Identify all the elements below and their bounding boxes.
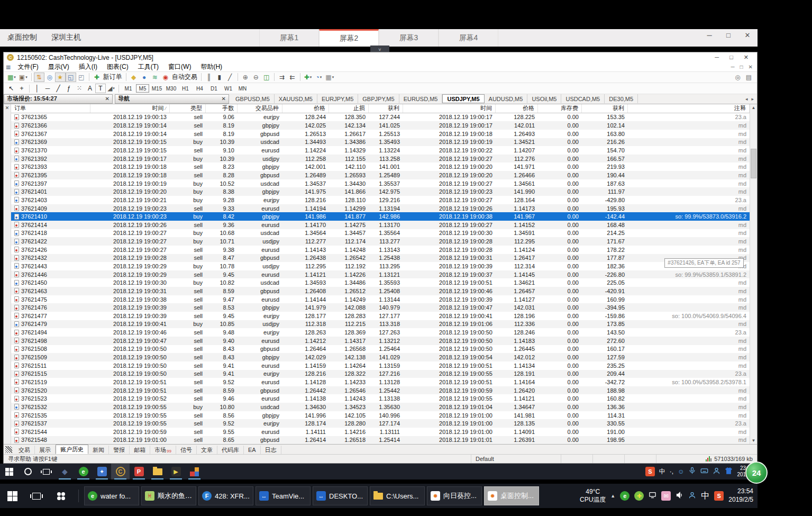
- arrow-objects-button[interactable]: ◢▾: [106, 84, 116, 93]
- smiley-tray-button[interactable]: ☺: [678, 468, 684, 475]
- ime-zh-tray-button[interactable]: 中: [659, 467, 665, 476]
- terminal-button[interactable]: ◱: [66, 73, 76, 82]
- menu-item[interactable]: 工具(T): [133, 62, 163, 71]
- zoom-out-button[interactable]: ⊖: [251, 73, 261, 82]
- table-row[interactable]: 376214462018.12.19 19:00:29sell9.45eurus…: [11, 270, 750, 279]
- table-row[interactable]: 376214772018.12.19 19:00:39sell9.45eurjp…: [11, 312, 750, 320]
- table-row[interactable]: 376213972018.12.19 19:00:19buy10.52usdca…: [11, 179, 750, 188]
- menu-item[interactable]: 文件(F): [13, 62, 43, 71]
- column-header[interactable]: 止损: [329, 104, 369, 113]
- pp-app-button[interactable]: P: [130, 464, 148, 479]
- table-row[interactable]: 376214262018.12.19 19:00:27sell9.38eurus…: [11, 246, 750, 254]
- terminal-tab-市场[interactable]: 市场99: [150, 446, 176, 454]
- table-row[interactable]: 376213922018.12.19 19:00:17buy10.39usdjp…: [11, 155, 750, 163]
- person-tray-button[interactable]: [688, 491, 696, 501]
- column-header[interactable]: 交易品种: [238, 104, 282, 113]
- profiles-button[interactable]: ▣▾: [17, 73, 29, 82]
- chart-tab[interactable]: AUDUSD,M5: [485, 94, 528, 103]
- zoom-in-button[interactable]: ⊕: [240, 73, 251, 82]
- table-row[interactable]: 376214222018.12.19 19:00:27buy10.71usdjp…: [11, 237, 750, 246]
- table-row[interactable]: 376214142018.12.19 19:00:26sell9.36eurus…: [11, 221, 750, 229]
- close-icon[interactable]: ✕: [102, 96, 110, 102]
- screen-tab[interactable]: 屏幕1: [259, 29, 319, 47]
- terminal-tab-警报[interactable]: 警报: [109, 446, 130, 454]
- column-header[interactable]: 类型: [170, 104, 206, 113]
- chart-tab[interactable]: EURJPY,M5: [317, 94, 358, 103]
- status-profile[interactable]: Default: [471, 455, 561, 463]
- accelerator-ball[interactable]: 24: [745, 461, 768, 484]
- terminal-tab-EA[interactable]: EA: [244, 446, 261, 454]
- photos-app-button[interactable]: ✦: [93, 464, 111, 479]
- terminal-tab-日志[interactable]: 日志: [261, 446, 281, 454]
- chart-tab[interactable]: USDCAD,M5: [561, 94, 605, 103]
- remote-host-name[interactable]: 深圳主机: [51, 33, 81, 42]
- folder-button[interactable]: [148, 464, 167, 479]
- start-button[interactable]: [0, 484, 24, 508]
- templates-button[interactable]: ▦▾: [324, 73, 335, 82]
- chart-tab[interactable]: EURUSD,M5: [399, 94, 443, 103]
- table-row[interactable]: 376215352018.12.19 19:00:55sell8.56gbpjp…: [11, 411, 750, 420]
- column-header[interactable]: 获利: [582, 104, 628, 113]
- community-button[interactable]: ●: [139, 73, 150, 82]
- column-header[interactable]: 注释: [628, 104, 750, 113]
- cortana-button[interactable]: [19, 464, 37, 479]
- restore-icon[interactable]: □: [740, 64, 743, 70]
- table-row[interactable]: 376214092018.12.19 19:00:23sell9.33eurus…: [11, 204, 750, 213]
- table-row[interactable]: 376214032018.12.19 19:00:21buy9.28eurjpy…: [11, 196, 750, 204]
- chart-tab[interactable]: XAUUSD,M5: [275, 94, 317, 103]
- cpu-temperature[interactable]: 49°C CPU温度: [580, 488, 606, 504]
- new-order-button[interactable]: ✚: [92, 73, 102, 82]
- column-header[interactable]: 时间: [403, 104, 496, 113]
- table-row[interactable]: 376215442018.12.19 19:00:59sell9.55eurus…: [11, 428, 750, 436]
- table-row[interactable]: 376213672018.12.19 19:00:14sell8.19gbpus…: [11, 130, 750, 138]
- ime-zh-tray-button[interactable]: 中: [701, 491, 709, 502]
- column-header[interactable]: 订单: [11, 104, 90, 113]
- table-row[interactable]: 376213702018.12.19 19:00:15sell9.10eurus…: [11, 146, 750, 155]
- sogou-tray-button[interactable]: S: [645, 467, 655, 476]
- column-header[interactable]: 手数: [206, 104, 238, 113]
- table-row[interactable]: 376215152018.12.19 19:00:50sell9.41eurjp…: [11, 370, 750, 378]
- taskbar-button[interactable]: ewater fo...: [84, 486, 139, 505]
- monitor-tray-button[interactable]: [649, 491, 656, 501]
- menu-item[interactable]: 插入(I): [74, 62, 102, 71]
- table-row[interactable]: 376213652018.12.19 19:00:13sell9.06eurjp…: [11, 113, 750, 122]
- screen-tab[interactable]: 屏幕2: [319, 29, 379, 47]
- terminal-tab-交易[interactable]: 交易: [14, 446, 35, 454]
- taskbar-button[interactable]: ✹桌面控制...: [484, 486, 539, 505]
- search-icon[interactable]: ◎: [735, 74, 740, 81]
- maximize-icon[interactable]: □: [723, 31, 734, 39]
- taskbar-button[interactable]: ♓顺水的鱼....: [141, 486, 196, 505]
- bar-chart-button[interactable]: ║: [204, 73, 214, 82]
- cash-app-button[interactable]: C: [111, 464, 130, 479]
- keyboard-tray-button[interactable]: [700, 467, 708, 476]
- table-row[interactable]: 376215192018.12.19 19:00:51sell9.52eurus…: [11, 378, 750, 386]
- mic-tray-button[interactable]: [688, 467, 696, 476]
- timeframe-m1[interactable]: M1: [122, 84, 135, 93]
- candlestick-button[interactable]: ▮: [214, 73, 225, 82]
- terminal-tab-新闻[interactable]: 新闻: [88, 446, 109, 454]
- timeframe-m5[interactable]: M5: [136, 84, 149, 93]
- trendline-button[interactable]: ╱: [53, 84, 63, 93]
- column-header[interactable]: 价格: [496, 104, 538, 113]
- table-row[interactable]: 376214982018.12.19 19:00:47sell9.40eurus…: [11, 337, 750, 345]
- browser-360-tray-button[interactable]: e: [620, 491, 629, 501]
- taskbar-button[interactable]: F428: XFR...: [198, 486, 253, 505]
- timeframe-h1[interactable]: H1: [179, 84, 192, 93]
- table-row[interactable]: 376215372018.12.19 19:00:55sell9.52eurjp…: [11, 419, 750, 428]
- fibonacci-button[interactable]: ƒ: [63, 84, 74, 93]
- taskbar-button[interactable]: C:\Users...: [370, 486, 425, 505]
- terminal-tab-邮箱[interactable]: 邮箱: [130, 446, 150, 454]
- scroll-right-icon[interactable]: ▸: [751, 96, 754, 102]
- bird-app-button[interactable]: ◆: [56, 464, 74, 479]
- table-row[interactable]: 376213932018.12.19 19:00:18sell8.23gbpjp…: [11, 162, 750, 171]
- mailbox-tray-button[interactable]: ✉: [661, 491, 671, 501]
- signals-button[interactable]: ≋: [150, 73, 160, 82]
- table-row[interactable]: 376214102018.12.19 19:00:23buy8.42gbpjpy…: [11, 212, 750, 221]
- table-row[interactable]: 376214762018.12.19 19:00:39sell8.53gbpjp…: [11, 303, 750, 312]
- browser-360-button[interactable]: e: [74, 464, 93, 479]
- table-row[interactable]: 376214752018.12.19 19:00:38sell9.47eurus…: [11, 295, 750, 304]
- close-icon[interactable]: ✕: [218, 96, 226, 102]
- punctuation-tray-button[interactable]: ·,: [670, 468, 673, 475]
- table-row[interactable]: 376214012018.12.19 19:00:20buy8.38gbpjpy…: [11, 187, 750, 196]
- timeframe-w1[interactable]: W1: [222, 84, 235, 93]
